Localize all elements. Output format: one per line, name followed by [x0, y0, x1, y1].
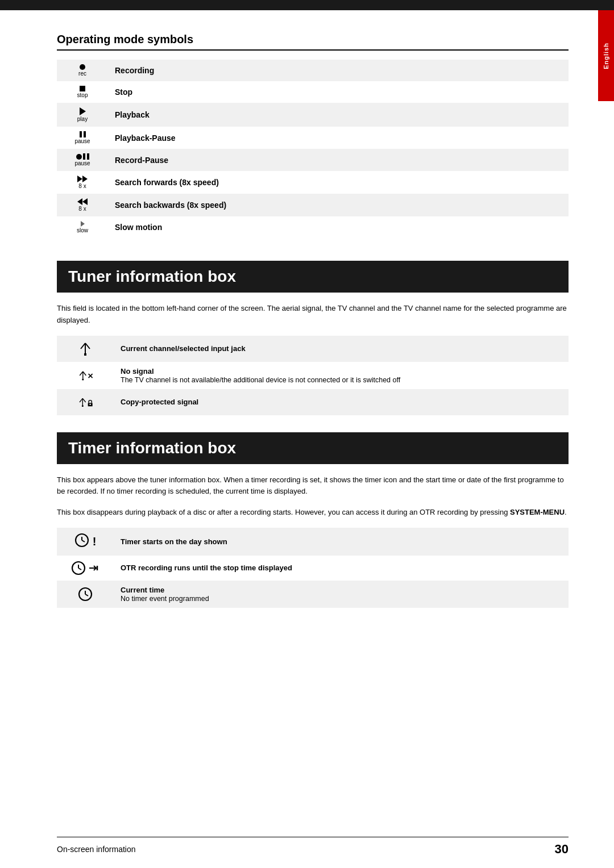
stop-icon — [80, 86, 85, 91]
tuner-row-sub: The TV channel is not available/the addi… — [121, 376, 400, 384]
mode-description: Stop — [108, 81, 569, 103]
clock-arrow-icon — [71, 561, 86, 575]
operating-mode-table: rec Recording stop Stop — [57, 60, 569, 238]
table-row: OTR recording runs until the stop time d… — [57, 556, 569, 581]
timer-title: Timer information box — [68, 439, 557, 457]
table-row: Copy-protected signal — [57, 389, 569, 415]
svg-rect-7 — [82, 378, 84, 380]
top-bar — [0, 0, 614, 10]
mode-description: Slow motion — [108, 216, 569, 238]
exclaim-icon: ! — [93, 535, 97, 548]
tuner-icon-cell — [57, 362, 114, 389]
clock-icon — [78, 587, 93, 602]
arrow-to-end-icon — [88, 562, 99, 574]
timer-row-desc: Timer starts on the day shown — [114, 528, 569, 556]
stop-label: stop — [77, 92, 88, 98]
tuner-row-desc: No signal The TV channel is not availabl… — [114, 362, 569, 389]
mode-description: Record-Pause — [108, 149, 569, 171]
icon-cell: rec — [57, 60, 108, 81]
timer-icon-cell — [57, 556, 114, 581]
antenna-lock-icon — [77, 394, 93, 410]
svg-line-11 — [82, 398, 85, 402]
timer-row-bold: Timer starts on the day shown — [121, 537, 562, 546]
timer-header-box: Timer information box — [57, 432, 569, 464]
table-row: ! Timer starts on the day shown — [57, 528, 569, 556]
record-pause-icon — [76, 153, 89, 160]
table-row: 8 x Search backwards (8x speed) — [57, 194, 569, 216]
mode-description: Recording — [108, 60, 569, 81]
table-row: rec Recording — [57, 60, 569, 81]
operating-mode-title: Operating mode symbols — [57, 33, 569, 51]
svg-line-18 — [82, 540, 85, 542]
antenna-x-icon — [77, 368, 93, 383]
icon-cell: pause — [57, 149, 108, 171]
svg-line-21 — [78, 568, 81, 570]
mode-description: Playback — [108, 103, 569, 127]
tuner-row-bold: No signal — [121, 367, 562, 375]
icon-cell: play — [57, 103, 108, 127]
timer-row-sub: No timer event programmed — [121, 595, 209, 603]
tuner-header-box: Tuner information box — [57, 261, 569, 293]
svg-rect-15 — [89, 403, 91, 404]
table-row: Current channel/selected input jack — [57, 336, 569, 362]
svg-rect-13 — [82, 405, 84, 407]
timer-description2: This box disappears during playback of a… — [57, 507, 569, 519]
timer-icon-cell — [57, 581, 114, 608]
svg-line-4 — [80, 372, 83, 375]
timer-description1: This box appears above the tuner informa… — [57, 474, 569, 498]
tuner-info-table: Current channel/selected input jack — [57, 336, 569, 415]
timer-info-table: ! Timer starts on the day shown — [57, 528, 569, 608]
table-row: 8 x Search forwards (8x speed) — [57, 171, 569, 194]
tuner-title: Tuner information box — [68, 268, 557, 286]
slow-motion-icon — [81, 221, 85, 227]
footer: On-screen information 30 — [57, 837, 569, 857]
svg-line-0 — [81, 343, 85, 349]
table-row: No signal The TV channel is not availabl… — [57, 362, 569, 389]
rec-pause-label: pause — [74, 160, 90, 166]
icon-cell: stop — [57, 81, 108, 103]
play-label: play — [77, 116, 88, 122]
fast-forward-icon — [77, 176, 88, 182]
antenna-icon — [77, 341, 93, 357]
system-menu-bold: SYSTEM-MENU — [510, 508, 565, 516]
footer-text: On-screen information — [57, 845, 136, 854]
slow-label: slow — [77, 227, 88, 233]
mode-description: Search backwards (8x speed) — [108, 194, 569, 216]
tuner-description: This field is located in the bottom left… — [57, 303, 569, 327]
play-icon — [80, 107, 86, 115]
table-row: Current time No timer event programmed — [57, 581, 569, 608]
svg-line-5 — [83, 372, 86, 375]
tuner-row-bold: Current channel/selected input jack — [121, 344, 562, 353]
table-row: slow Slow motion — [57, 216, 569, 238]
svg-rect-3 — [84, 353, 86, 356]
pause-label: pause — [74, 138, 90, 144]
timer-row-desc: Current time No timer event programmed — [114, 581, 569, 608]
table-row: pause Playback-Pause — [57, 127, 569, 149]
language-tab: English — [598, 10, 614, 101]
tuner-icon-cell — [57, 336, 114, 362]
mode-description: Search forwards (8x speed) — [108, 171, 569, 194]
timer-icon-cell: ! — [57, 528, 114, 556]
timer-row-bold: OTR recording runs until the stop time d… — [121, 564, 562, 572]
tuner-row-desc: Current channel/selected input jack — [114, 336, 569, 362]
tuner-icon-cell — [57, 389, 114, 415]
rw-label: 8 x — [78, 206, 86, 212]
svg-line-1 — [85, 343, 90, 349]
svg-line-26 — [85, 594, 88, 596]
table-row: stop Stop — [57, 81, 569, 103]
timer-row-bold: Current time — [121, 586, 562, 594]
mode-description: Playback-Pause — [108, 127, 569, 149]
table-row: pause Record-Pause — [57, 149, 569, 171]
rec-label: rec — [78, 70, 86, 77]
tuner-row-desc: Copy-protected signal — [114, 389, 569, 415]
pause-icon — [80, 131, 86, 137]
clock-exclaim-icon — [74, 533, 89, 550]
icon-cell: 8 x — [57, 194, 108, 216]
icon-cell: slow — [57, 216, 108, 238]
record-icon — [80, 64, 85, 70]
tuner-row-bold: Copy-protected signal — [121, 398, 562, 406]
ff-label: 8 x — [78, 183, 86, 189]
rewind-icon — [77, 198, 88, 205]
table-row: play Playback — [57, 103, 569, 127]
main-content: Operating mode symbols rec Recording s — [57, 10, 569, 608]
